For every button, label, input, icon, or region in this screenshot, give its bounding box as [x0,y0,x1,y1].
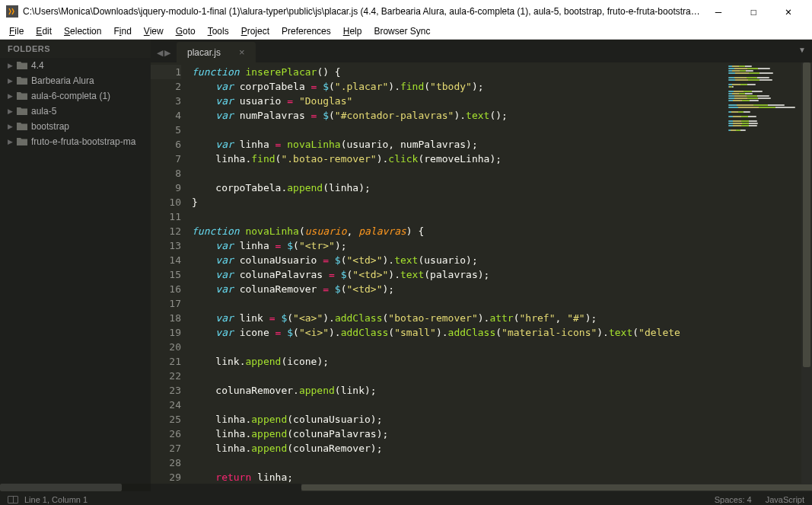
folder-label: bootstrap [31,121,69,132]
folder-icon [17,61,27,70]
panel-toggle-icon[interactable] [8,496,18,503]
menu-preferences[interactable]: Preferences [275,24,337,38]
editor-area: ◀ ▶ placar.js × ▼ 1234567891011121314151… [151,40,812,491]
horizontal-scrollbar[interactable] [301,484,812,491]
close-button[interactable]: ✕ [771,0,806,23]
menu-browser-sync[interactable]: Browser Sync [368,24,436,38]
tab-close-icon[interactable]: × [239,46,245,58]
code-editor[interactable]: function inserePlacar() { var corpoTabel… [189,62,725,484]
tab-bar: ◀ ▶ placar.js × ▼ [151,40,812,62]
scrollbar-thumb[interactable] [301,484,812,491]
cursor-position[interactable]: Line 1, Column 1 [24,495,88,504]
sidebar: FOLDERS ▶4.4▶Barbearia Alura▶aula-6-comp… [0,40,151,491]
menu-find[interactable]: Find [107,24,137,38]
minimap[interactable] [725,62,801,484]
window-controls: — ☐ ✕ [701,0,806,23]
tab-nav-back-icon[interactable]: ◀ [157,48,163,58]
folder-label: 4.4 [31,60,44,71]
folder-item[interactable]: ▶4.4 [0,58,151,73]
horizontal-scrollbar-row [151,484,812,491]
folder-item[interactable]: ▶aula-5 [0,104,151,119]
folder-icon [17,76,27,85]
expand-arrow-icon[interactable]: ▶ [8,62,15,69]
menu-edit[interactable]: Edit [30,24,58,38]
minimize-button[interactable]: — [701,0,736,23]
folder-item[interactable]: ▶Barbearia Alura [0,73,151,88]
vertical-scrollbar[interactable] [801,62,812,484]
window-title: C:\Users\Monica\Downloads\jquery-modulo-… [23,6,701,17]
tab-label: placar.js [187,47,221,58]
folder-label: fruto-e-fruta-bootstrap-ma [31,136,135,147]
expand-arrow-icon[interactable]: ▶ [8,138,15,145]
window-titlebar: C:\Users\Monica\Downloads\jquery-modulo-… [0,0,812,23]
maximize-button[interactable]: ☐ [736,0,771,23]
tab-nav-forward-icon[interactable]: ▶ [164,48,170,58]
sidebar-horizontal-scrollbar[interactable] [0,484,151,491]
menu-file[interactable]: File [3,24,30,38]
expand-arrow-icon[interactable]: ▶ [8,123,15,130]
folder-item[interactable]: ▶fruto-e-fruta-bootstrap-ma [0,134,151,149]
folder-item[interactable]: ▶aula-6-completa (1) [0,88,151,104]
menu-tools[interactable]: Tools [202,24,235,38]
folder-icon [17,122,27,131]
folder-label: Barbearia Alura [31,75,94,86]
expand-arrow-icon[interactable]: ▶ [8,107,15,115]
folder-item[interactable]: ▶bootstrap [0,119,151,134]
tab-nav-arrows[interactable]: ◀ ▶ [154,48,177,62]
folder-label: aula-5 [31,106,56,117]
folder-label: aula-6-completa (1) [31,91,110,101]
indentation-setting[interactable]: Spaces: 4 [715,495,752,504]
tab-overflow-icon[interactable]: ▼ [798,46,806,54]
menu-project[interactable]: Project [235,24,275,38]
expand-arrow-icon[interactable]: ▶ [8,92,15,100]
sidebar-header: FOLDERS [0,40,151,58]
menu-view[interactable]: View [138,24,170,38]
scrollbar-thumb[interactable] [0,484,122,491]
line-number-gutter[interactable]: 1234567891011121314151617181920212223242… [151,62,189,484]
folder-icon [17,137,27,146]
expand-arrow-icon[interactable]: ▶ [8,77,15,85]
folder-tree[interactable]: ▶4.4▶Barbearia Alura▶aula-6-completa (1)… [0,58,151,484]
menu-selection[interactable]: Selection [58,24,107,38]
menu-bar: FileEditSelectionFindViewGotoToolsProjec… [0,23,812,40]
status-bar: Line 1, Column 1 Spaces: 4 JavaScript [0,491,812,505]
scrollbar-thumb[interactable] [803,62,810,367]
language-mode[interactable]: JavaScript [766,495,804,504]
tab-active[interactable]: placar.js × [177,42,256,62]
menu-help[interactable]: Help [337,24,368,38]
app-icon [6,5,18,18]
folder-icon [17,107,27,116]
folder-icon [17,91,27,101]
menu-goto[interactable]: Goto [170,24,202,38]
